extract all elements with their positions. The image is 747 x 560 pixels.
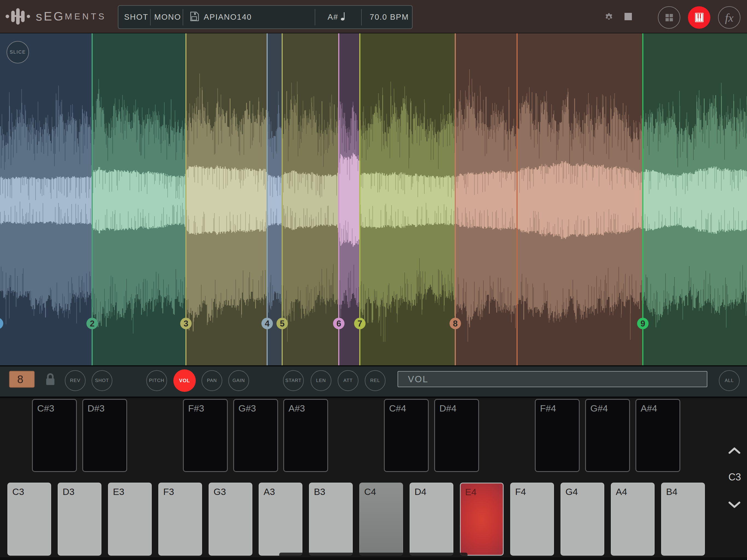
svg-text:3: 3	[183, 319, 188, 328]
svg-text:6: 6	[336, 319, 341, 328]
svg-text:8: 8	[453, 319, 458, 328]
svg-text:4: 4	[265, 319, 269, 328]
svg-text:5: 5	[280, 319, 284, 328]
svg-text:2: 2	[90, 319, 94, 328]
svg-text:9: 9	[640, 319, 645, 328]
svg-text:7: 7	[357, 319, 362, 328]
